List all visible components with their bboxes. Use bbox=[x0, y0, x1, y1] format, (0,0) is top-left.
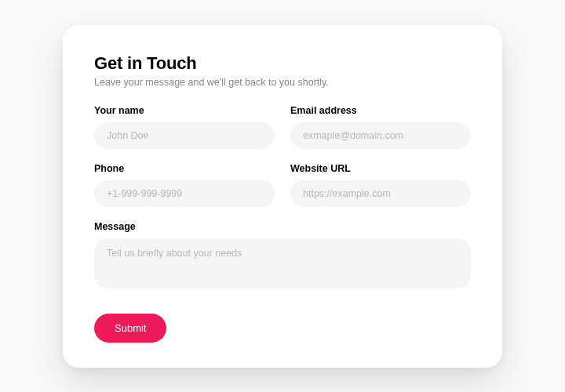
message-field-group: Message bbox=[94, 221, 471, 289]
website-input[interactable] bbox=[290, 180, 471, 207]
message-textarea[interactable] bbox=[94, 238, 471, 289]
phone-label: Phone bbox=[94, 163, 275, 174]
phone-field-group: Phone bbox=[94, 163, 275, 207]
email-label: Email address bbox=[290, 105, 471, 116]
name-input[interactable] bbox=[94, 122, 275, 149]
form-row: Message bbox=[94, 221, 471, 289]
form-row: Your name Email address bbox=[94, 105, 471, 149]
phone-input[interactable] bbox=[94, 180, 275, 207]
page-subtitle: Leave your message and we'll get back to… bbox=[94, 77, 471, 88]
email-input[interactable] bbox=[290, 122, 471, 149]
name-label: Your name bbox=[94, 105, 275, 116]
email-field-group: Email address bbox=[290, 105, 471, 149]
website-field-group: Website URL bbox=[290, 163, 471, 207]
contact-form-card: Get in Touch Leave your message and we'l… bbox=[63, 25, 502, 368]
page-title: Get in Touch bbox=[94, 53, 471, 74]
message-label: Message bbox=[94, 221, 471, 232]
website-label: Website URL bbox=[290, 163, 471, 174]
submit-button[interactable]: Submit bbox=[94, 314, 166, 343]
form-row: Phone Website URL bbox=[94, 163, 471, 207]
name-field-group: Your name bbox=[94, 105, 275, 149]
